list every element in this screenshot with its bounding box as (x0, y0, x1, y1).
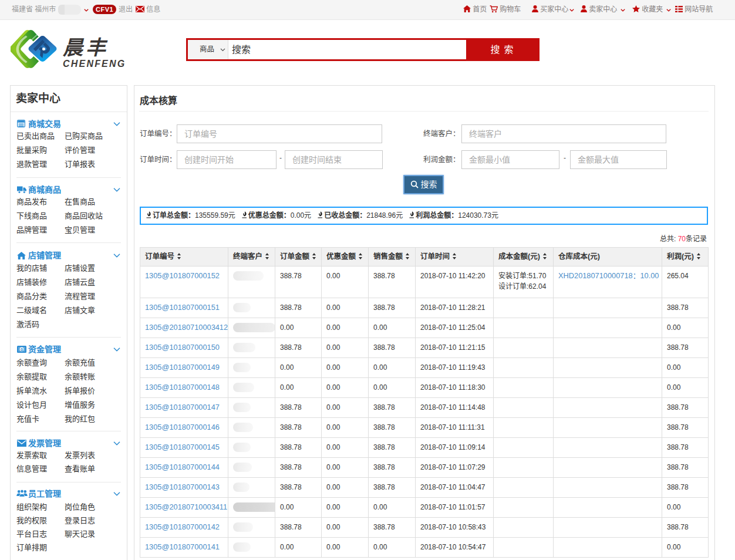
svg-text:0: 0 (21, 347, 23, 352)
